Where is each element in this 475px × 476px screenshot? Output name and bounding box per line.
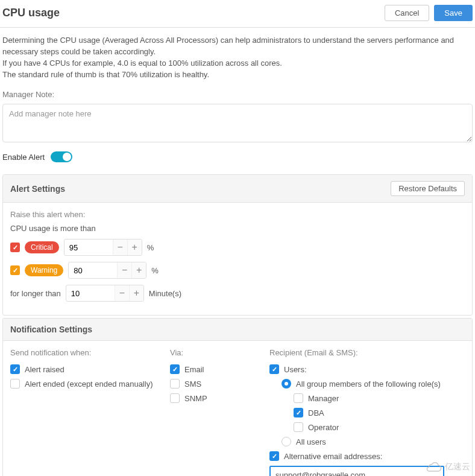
role-operator-label: Operator — [308, 423, 339, 432]
page-title: CPU usage — [2, 7, 60, 19]
cloud-icon — [426, 462, 442, 472]
alt-email-label: Alternative email addresses: — [284, 452, 382, 461]
alt-email-input[interactable] — [269, 466, 444, 476]
minus-icon[interactable]: − — [115, 285, 129, 302]
role-manager-checkbox[interactable] — [294, 393, 303, 403]
via-sms-label: SMS — [184, 379, 201, 389]
enable-alert-label: Enable Alert — [2, 153, 45, 162]
alert-ended-checkbox[interactable] — [10, 379, 20, 389]
cancel-button[interactable]: Cancel — [385, 5, 429, 21]
manager-note-input[interactable] — [2, 104, 473, 142]
notification-settings-title: Notification Settings — [10, 325, 92, 334]
duration-value-input[interactable] — [66, 287, 115, 300]
plus-icon[interactable]: + — [127, 239, 142, 256]
alert-ended-label: Alert ended (except ended manually) — [25, 379, 153, 389]
minus-icon[interactable]: − — [113, 239, 127, 256]
critical-unit: % — [147, 243, 154, 252]
duration-prefix: for longer than — [10, 289, 61, 298]
via-email-checkbox[interactable] — [170, 364, 180, 374]
description-line: The standard rule of thumb is that 70% u… — [2, 69, 473, 81]
duration-value-stepper[interactable]: − + — [66, 285, 144, 302]
warning-unit: % — [151, 266, 159, 275]
watermark: 亿速云 — [426, 462, 470, 472]
critical-badge: Critical — [25, 241, 59, 253]
notification-settings-panel: Notification Settings Send notification … — [2, 318, 473, 476]
condition-label: CPU usage is more than — [10, 224, 465, 233]
warning-checkbox[interactable] — [10, 265, 20, 275]
alert-settings-title: Alert Settings — [10, 184, 65, 194]
role-dba-label: DBA — [308, 408, 324, 417]
alert-raised-checkbox[interactable] — [10, 364, 20, 374]
description-block: Determining the CPU usage (Averaged Acro… — [0, 28, 475, 85]
restore-defaults-button[interactable]: Restore Defaults — [391, 181, 465, 196]
critical-value-input[interactable] — [64, 241, 113, 255]
alt-email-checkbox[interactable] — [269, 451, 279, 461]
description-line: If you have 4 CPUs for example, 4.0 is e… — [2, 58, 473, 69]
minus-icon[interactable]: − — [117, 262, 131, 279]
users-checkbox[interactable] — [269, 364, 279, 374]
role-dba-checkbox[interactable] — [294, 408, 303, 417]
send-when-title: Send notification when: — [10, 348, 155, 357]
critical-value-stepper[interactable]: − + — [64, 239, 142, 256]
users-label: Users: — [284, 365, 307, 374]
all-users-label: All users — [296, 437, 326, 446]
description-line: Determining the CPU usage (Averaged Acro… — [2, 35, 473, 58]
alert-settings-panel: Alert Settings Restore Defaults Raise th… — [2, 174, 473, 316]
header-buttons: Cancel Save — [385, 5, 473, 21]
alert-raised-label: Alert raised — [25, 365, 64, 374]
plus-icon[interactable]: + — [129, 285, 143, 302]
save-button[interactable]: Save — [434, 5, 473, 21]
warning-badge: Warning — [25, 264, 63, 276]
raise-alert-label: Raise this alert when: — [10, 210, 465, 219]
critical-checkbox[interactable] — [10, 243, 20, 252]
group-members-label: All group members of the following role(… — [296, 379, 441, 389]
enable-alert-toggle[interactable] — [51, 151, 72, 162]
role-manager-label: Manager — [308, 394, 339, 403]
plus-icon[interactable]: + — [131, 262, 146, 279]
via-sms-checkbox[interactable] — [170, 379, 180, 389]
manager-note-label: Manager Note: — [2, 90, 473, 99]
duration-unit: Minute(s) — [149, 289, 181, 298]
role-operator-checkbox[interactable] — [294, 422, 303, 432]
warning-value-stepper[interactable]: − + — [68, 262, 146, 279]
via-snmp-label: SNMP — [184, 394, 207, 403]
group-members-radio[interactable] — [282, 379, 291, 389]
all-users-radio[interactable] — [282, 437, 291, 446]
via-snmp-checkbox[interactable] — [170, 393, 180, 403]
recipient-title: Recipient (Email & SMS): — [269, 348, 465, 357]
warning-value-input[interactable] — [69, 264, 117, 278]
via-email-label: Email — [184, 365, 204, 374]
via-title: Via: — [170, 348, 254, 357]
